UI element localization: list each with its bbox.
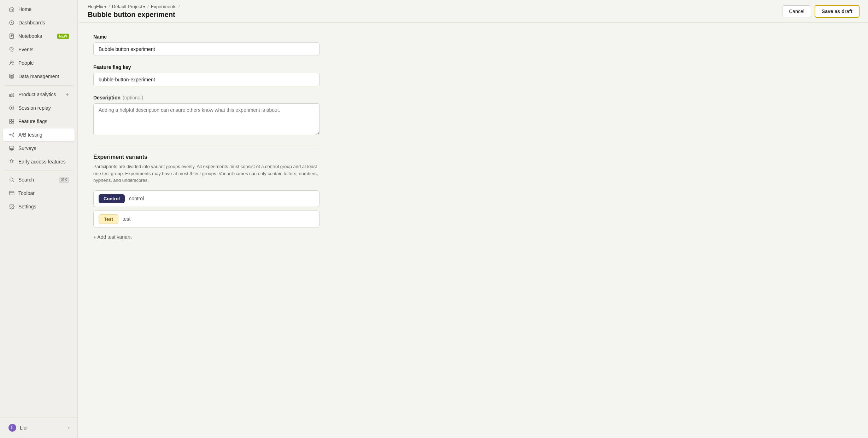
divider xyxy=(93,145,319,145)
sidebar-item-session-replay[interactable]: Session replay xyxy=(3,102,75,114)
breadcrumb: HogFlix / Default Project / Experiments … xyxy=(88,4,180,9)
description-textarea[interactable] xyxy=(93,103,319,135)
sidebar: Home Dashboards Notebooks NEW Events Peo… xyxy=(0,0,78,438)
variants-title: Experiment variants xyxy=(93,154,319,160)
settings-icon xyxy=(8,203,15,210)
svg-rect-13 xyxy=(10,119,11,121)
save-draft-button[interactable]: Save as draft xyxy=(815,5,860,18)
sidebar-item-people[interactable]: People xyxy=(3,57,75,69)
description-group: Description(optional) xyxy=(93,95,319,137)
svg-point-3 xyxy=(11,49,12,50)
svg-point-18 xyxy=(13,133,14,134)
surveys-icon xyxy=(8,145,15,151)
sidebar-item-label: Search xyxy=(18,177,34,183)
home-icon xyxy=(8,6,15,12)
svg-point-19 xyxy=(13,136,14,137)
plus-icon[interactable]: + xyxy=(66,91,69,98)
variants-desc: Participants are divided into variant gr… xyxy=(93,163,319,184)
svg-marker-12 xyxy=(11,107,13,109)
sidebar-item-label: Events xyxy=(18,47,34,52)
svg-rect-16 xyxy=(12,122,14,123)
svg-rect-10 xyxy=(13,94,14,97)
events-icon xyxy=(8,46,15,53)
sidebar-item-ab-testing[interactable]: A/B testing xyxy=(3,128,75,141)
sidebar-item-surveys[interactable]: Surveys xyxy=(3,142,75,155)
svg-rect-15 xyxy=(10,122,11,123)
test-input[interactable] xyxy=(123,216,314,222)
sidebar-item-label: Settings xyxy=(18,204,36,209)
page-title: Bubble button experiment xyxy=(88,11,180,19)
people-icon xyxy=(8,60,15,66)
toolbar-icon xyxy=(8,190,15,196)
sidebar-item-product-analytics[interactable]: Product analytics + xyxy=(3,88,75,101)
sidebar-item-label: Early access features xyxy=(18,159,66,165)
user-name: Lior xyxy=(20,425,28,431)
sidebar-item-label: Toolbar xyxy=(18,190,35,196)
sidebar-item-early-access[interactable]: Early access features xyxy=(3,155,75,168)
replay-icon xyxy=(8,105,15,111)
chevron-right-icon: › xyxy=(68,425,69,430)
flag-key-group: Feature flag key xyxy=(93,64,319,86)
svg-point-5 xyxy=(10,61,12,63)
sidebar-item-dashboards[interactable]: Dashboards xyxy=(3,16,75,29)
svg-rect-8 xyxy=(10,94,11,97)
svg-point-6 xyxy=(12,62,13,63)
variants-section: Experiment variants Participants are div… xyxy=(93,154,319,243)
sidebar-item-label: Product analytics xyxy=(18,92,56,97)
new-badge: NEW xyxy=(57,34,69,39)
flag-key-label: Feature flag key xyxy=(93,64,319,70)
analytics-icon xyxy=(8,91,15,98)
topbar-actions: Cancel Save as draft xyxy=(782,5,860,18)
breadcrumb-hogflix[interactable]: HogFlix xyxy=(88,4,106,9)
sidebar-item-label: Session replay xyxy=(18,105,51,111)
variant-control-card: Control xyxy=(93,190,319,207)
flag-key-input[interactable] xyxy=(93,73,319,86)
sidebar-item-home[interactable]: Home xyxy=(3,3,75,16)
svg-point-7 xyxy=(10,74,14,75)
sidebar-item-toolbar[interactable]: Toolbar xyxy=(3,187,75,200)
sidebar-item-label: People xyxy=(18,60,34,66)
sidebar-item-events[interactable]: Events xyxy=(3,43,75,56)
control-input[interactable] xyxy=(129,196,314,201)
avatar: L xyxy=(8,424,16,432)
search-icon xyxy=(8,177,15,183)
sidebar-item-label: Dashboards xyxy=(18,20,45,25)
sidebar-item-search[interactable]: Search ⌘K xyxy=(3,173,75,186)
cancel-button[interactable]: Cancel xyxy=(782,5,811,17)
sidebar-item-data-management[interactable]: Data management xyxy=(3,70,75,83)
sidebar-item-label: A/B testing xyxy=(18,132,42,138)
sidebar-item-feature-flags[interactable]: Feature flags xyxy=(3,115,75,128)
variant-test-card: Test xyxy=(93,211,319,228)
breadcrumb-project[interactable]: Default Project xyxy=(112,4,145,9)
svg-rect-22 xyxy=(9,191,14,195)
svg-rect-2 xyxy=(10,34,14,38)
ab-icon xyxy=(8,132,15,138)
name-input[interactable] xyxy=(93,42,319,56)
svg-point-21 xyxy=(10,178,13,181)
sidebar-item-label: Home xyxy=(18,6,31,12)
content-area: Name Feature flag key Description(option… xyxy=(79,23,868,438)
name-label: Name xyxy=(93,34,319,40)
sidebar-item-label: Notebooks xyxy=(18,33,42,39)
topbar: HogFlix / Default Project / Experiments … xyxy=(79,0,868,23)
control-badge: Control xyxy=(99,194,125,203)
user-menu[interactable]: L Lior › xyxy=(3,421,75,435)
svg-point-23 xyxy=(11,206,12,207)
sidebar-item-label: Surveys xyxy=(18,145,36,151)
svg-rect-9 xyxy=(11,93,12,97)
main-area: HogFlix / Default Project / Experiments … xyxy=(79,0,868,438)
add-variant-button[interactable]: + Add test variant xyxy=(93,231,319,243)
data-icon xyxy=(8,73,15,80)
description-label: Description(optional) xyxy=(93,95,319,100)
test-badge: Test xyxy=(99,214,118,224)
svg-point-4 xyxy=(10,47,14,52)
name-group: Name xyxy=(93,34,319,56)
breadcrumb-experiments[interactable]: Experiments xyxy=(151,4,176,9)
notebook-icon xyxy=(8,33,15,39)
topbar-left: HogFlix / Default Project / Experiments … xyxy=(88,4,180,19)
svg-rect-14 xyxy=(12,119,14,121)
sidebar-item-settings[interactable]: Settings xyxy=(3,200,75,213)
sidebar-item-label: Data management xyxy=(18,74,59,79)
flags-icon xyxy=(8,118,15,125)
sidebar-item-notebooks[interactable]: Notebooks NEW xyxy=(3,30,75,42)
